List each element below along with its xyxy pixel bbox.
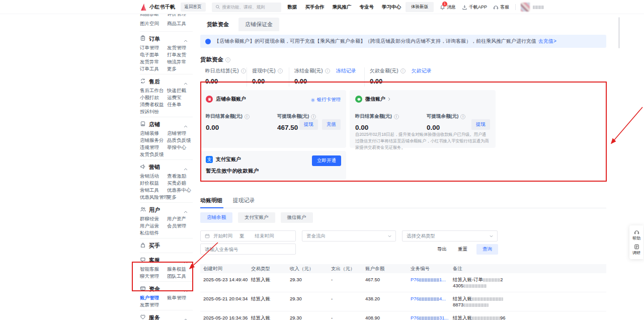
table-row: 2025-05-21 20:04:34结算入账29.30-438.20P764.… — [200, 292, 606, 311]
sidebar-item[interactable]: 物流异常 — [167, 58, 193, 65]
chevron-up-icon[interactable] — [184, 206, 188, 215]
sidebar-item[interactable]: 品质负反馈 — [167, 137, 193, 144]
tab-shop-deposit[interactable]: 店铺保证金 — [238, 18, 279, 31]
topbar-search[interactable] — [212, 3, 281, 12]
sidebar-item[interactable]: 优惠券中心 — [167, 187, 193, 194]
chevron-up-icon[interactable] — [184, 121, 188, 130]
business-no-input[interactable] — [200, 244, 296, 255]
fund-flow-select[interactable]: 资金流向 — [302, 230, 396, 242]
sidebar-item[interactable]: 私信组件 — [140, 229, 167, 236]
sidebar-item[interactable]: 服务权益 — [167, 266, 193, 273]
sidebar-item[interactable]: 售后工作台 — [140, 87, 167, 94]
try-new-version-button[interactable]: 体验新版 — [406, 2, 434, 12]
qianfan-app-button[interactable]: 千帆APP — [462, 4, 487, 11]
avatar[interactable] — [521, 3, 530, 12]
nav-item-1[interactable]: 数据 — [288, 4, 297, 11]
sidebar-item-image-space[interactable]: 图片空间 — [140, 20, 167, 27]
messages-button[interactable]: 1 消息 — [440, 4, 456, 11]
back-home-button[interactable]: 返回首页 — [181, 3, 206, 12]
sidebar-item[interactable]: 订单管理 — [140, 44, 167, 51]
sidebar-item[interactable]: 优惠风险管理 — [140, 194, 167, 201]
sidebar-item[interactable]: 群聊经营 — [140, 215, 167, 222]
sidebar-section-header[interactable]: 买手 — [140, 242, 193, 250]
sidebar-item[interactable]: 发货异常 — [140, 58, 167, 65]
withdraw-button[interactable]: 提现 — [471, 119, 490, 130]
sidebar-item[interactable]: 聊天管理 — [140, 273, 167, 280]
account-pill[interactable]: 店铺余额 — [200, 212, 232, 223]
support-button[interactable]: 客服 — [493, 4, 509, 11]
sidebar-item[interactable]: 违规管理 — [140, 144, 167, 151]
account-pill[interactable]: 微信账户 — [281, 212, 313, 223]
sidebar-item-goods-tools[interactable]: 商品工具 — [167, 20, 193, 27]
nav-item-5[interactable]: 学习中心 — [382, 4, 401, 11]
chevron-up-icon[interactable] — [184, 78, 188, 87]
bank-card-manage-link[interactable]: 银行卡管理 — [310, 97, 341, 103]
sidebar-item[interactable]: 店铺装修 — [140, 130, 167, 137]
export-button[interactable]: 导出 — [437, 246, 447, 253]
table-cell: - — [328, 296, 362, 308]
sidebar-item[interactable]: 会员管理 — [167, 222, 193, 229]
sidebar-item[interactable]: 店铺管理 — [167, 130, 193, 137]
sidebar-item[interactable]: 小额打款 — [140, 94, 167, 101]
transaction-type-select[interactable]: 选择交易类型 — [402, 230, 498, 242]
sidebar-item[interactable]: 用户运营 — [140, 222, 167, 229]
business-no-link[interactable]: P7631... — [411, 315, 448, 320]
sidebar-item[interactable]: 账单管理 — [167, 294, 193, 301]
sidebar-item[interactable]: 团队工具 — [167, 273, 193, 280]
business-no-link[interactable]: P764... — [411, 296, 446, 301]
chevron-up-icon[interactable] — [184, 35, 188, 44]
chevron-up-icon[interactable] — [184, 164, 188, 173]
nav-item-3[interactable]: 乘风推广 — [333, 4, 352, 11]
account-pill[interactable]: 支付宝账户 — [238, 212, 275, 223]
sidebar-item[interactable]: 更多 — [167, 65, 193, 72]
wechat-card-title-row[interactable]: 微信账户 — [355, 96, 490, 103]
tab-goods-funds[interactable]: 货款资金 — [200, 18, 235, 31]
chevron-up-icon[interactable] — [184, 314, 188, 320]
survey-button[interactable]: 调研 — [629, 243, 643, 257]
recharge-button[interactable]: 充值 — [322, 119, 341, 130]
sidebar-item-partial-1[interactable]: 商品诊断 — [140, 14, 167, 18]
open-now-button[interactable]: 立即开通 — [312, 155, 341, 166]
sidebar-item[interactable]: 任务单 — [167, 101, 193, 108]
sidebar-item[interactable]: 举报中心 — [167, 144, 193, 151]
sidebar-item[interactable]: 好价权益 — [140, 180, 167, 187]
reset-button[interactable]: 重置 — [458, 246, 467, 253]
search-input[interactable] — [222, 5, 278, 10]
sidebar-item-partial-2[interactable]: 评价管理 — [167, 14, 193, 18]
sidebar-item[interactable]: 订单工具 — [140, 65, 167, 72]
nav-item-4[interactable]: 专业号 — [360, 4, 374, 11]
sidebar-item[interactable]: 发票管理 — [140, 301, 167, 308]
sidebar-item[interactable]: 用户资产 — [167, 215, 193, 222]
sidebar-item[interactable]: 营销活动 — [140, 173, 167, 180]
sidebar-item[interactable]: 店铺服务分 — [140, 137, 167, 144]
sidebar-item[interactable]: 发货负反馈 — [140, 151, 167, 158]
sidebar-item[interactable]: 投诉纠纷 — [140, 108, 167, 115]
sidebar-item[interactable]: 发货管理 — [167, 44, 193, 51]
sidebar-item[interactable]: 买贵必赔 — [167, 180, 193, 187]
tab-transaction-detail[interactable]: 动账明细 — [200, 197, 222, 204]
sidebar-item[interactable]: 智能客服 — [140, 266, 167, 273]
sidebar-item[interactable]: 消费者权益 — [140, 101, 167, 108]
nav-item-2[interactable]: 买手合作 — [305, 4, 325, 11]
stat-records-link[interactable]: 欠款记录 — [412, 67, 432, 74]
business-no-link[interactable]: P761... — [411, 277, 446, 282]
sidebar-item[interactable]: 运费宝 — [167, 94, 193, 101]
sidebar-item[interactable]: 电子面单 — [140, 51, 167, 58]
withdraw-button[interactable]: 提现 — [299, 119, 318, 130]
sidebar-item[interactable]: 打单发货 — [167, 51, 193, 58]
sidebar-item[interactable]: 账户管理 — [140, 294, 167, 301]
scrollbar-thumb[interactable] — [618, 17, 620, 48]
sidebar-item[interactable]: 营销工具 — [140, 187, 167, 194]
search-button[interactable]: 查询 — [476, 244, 498, 255]
sidebar-item[interactable]: 查看激励 — [167, 173, 193, 180]
sidebar-item[interactable]: 更多 — [167, 194, 193, 201]
date-range-picker[interactable]: 开始时间 至 结束时间 — [200, 230, 296, 242]
sidebar-item[interactable]: 快递拦截 — [167, 87, 193, 94]
stat-records-link[interactable]: 冻结记录 — [336, 67, 356, 74]
help-button[interactable]: 帮助 — [629, 228, 643, 243]
chevron-up-icon[interactable] — [184, 257, 188, 266]
chevron-up-icon[interactable] — [184, 285, 188, 294]
tab-withdraw-records[interactable]: 提现记录 — [232, 197, 255, 204]
chevron-right-icon — [388, 97, 390, 101]
go-recharge-link[interactable]: 去充值> — [538, 38, 556, 45]
